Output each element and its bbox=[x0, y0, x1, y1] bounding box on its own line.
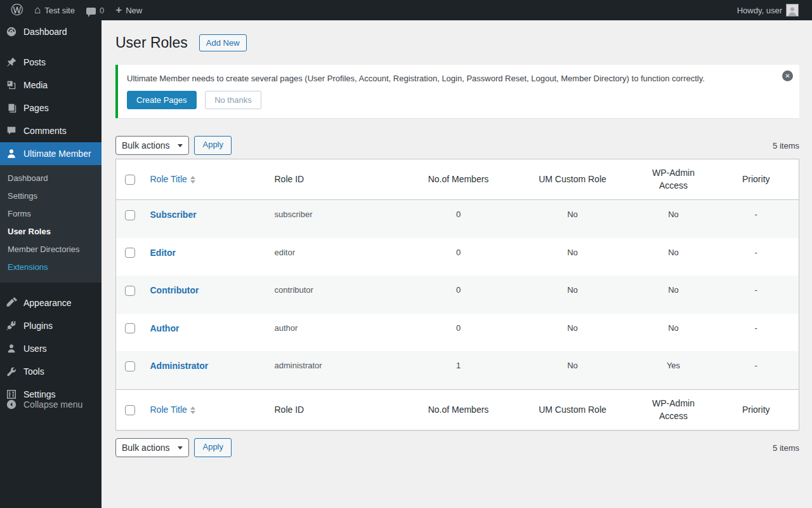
members-cell: 0 bbox=[405, 276, 512, 314]
sidebar-item-dashboard[interactable]: Dashboard bbox=[0, 20, 102, 43]
sidebar-item-label: Media bbox=[23, 79, 48, 91]
brush-icon bbox=[5, 297, 18, 309]
um-pages-notice: Ultimate Member needs to create several … bbox=[115, 65, 799, 118]
howdy-text: Howdy, user bbox=[737, 6, 782, 15]
sidebar-item-tools[interactable]: Tools bbox=[0, 360, 102, 383]
menu-separator bbox=[0, 283, 102, 291]
wp-admin-access-cell: No bbox=[634, 276, 714, 314]
chevron-down-icon bbox=[178, 144, 183, 147]
role-title-link[interactable]: Subscriber bbox=[150, 210, 197, 220]
role-title-link[interactable]: Administrator bbox=[150, 361, 209, 371]
sidebar-item-label: Posts bbox=[23, 57, 46, 68]
row-checkbox[interactable] bbox=[125, 361, 135, 371]
sort-role-title-link[interactable]: Role Title bbox=[150, 173, 195, 186]
media-icon bbox=[5, 79, 18, 91]
row-checkbox[interactable] bbox=[125, 210, 135, 220]
row-checkbox[interactable] bbox=[125, 248, 135, 258]
column-header-wp-admin-access: WP-Admin Access bbox=[634, 390, 714, 431]
bulk-actions-select[interactable]: Bulk actions bbox=[115, 136, 189, 155]
table-row: Contributor contributor 0 No No - bbox=[116, 276, 799, 314]
admin-bar: Ⓦ ⌂ Test site 0 + New Howdy, user bbox=[0, 0, 812, 20]
sidebar-item-media[interactable]: Media bbox=[0, 74, 102, 97]
wordpress-logo-icon[interactable]: Ⓦ bbox=[5, 0, 29, 20]
collapse-menu-button[interactable]: Collapse menu bbox=[0, 393, 102, 416]
comments-link[interactable]: 0 bbox=[81, 0, 110, 20]
table-row: Administrator administrator 1 No Yes - bbox=[116, 351, 799, 389]
wordpress-logo-glyph: Ⓦ bbox=[11, 0, 23, 20]
collapse-arrow-icon bbox=[5, 398, 18, 411]
role-title-link[interactable]: Contributor bbox=[150, 285, 199, 295]
select-all-checkbox[interactable] bbox=[125, 175, 135, 185]
dismiss-notice-button[interactable]: ✕ bbox=[782, 70, 793, 81]
table-footer: Role Title Role ID No.of Members UM Cust… bbox=[116, 390, 799, 431]
column-header-wp-admin-access: WP-Admin Access bbox=[634, 159, 714, 200]
sidebar-item-ultimate-member[interactable]: Ultimate Member bbox=[0, 142, 102, 165]
tablenav-top: Bulk actions Apply 5 items bbox=[115, 136, 799, 155]
bulk-actions-select[interactable]: Bulk actions bbox=[115, 438, 189, 457]
submenu-item-extensions[interactable]: Extensions bbox=[0, 258, 102, 276]
sidebar-item-label: Pages bbox=[23, 102, 49, 114]
members-cell: 0 bbox=[405, 238, 512, 276]
page-title: User Roles bbox=[115, 34, 188, 52]
column-header-role-id: Role ID bbox=[268, 390, 405, 431]
column-header-custom-role: UM Custom Role bbox=[512, 159, 634, 200]
role-id-cell: editor bbox=[268, 238, 405, 276]
row-checkbox[interactable] bbox=[125, 323, 135, 333]
column-header-custom-role: UM Custom Role bbox=[512, 390, 634, 431]
add-new-button[interactable]: Add New bbox=[199, 34, 247, 51]
submenu-item-member-directories[interactable]: Member Directories bbox=[0, 241, 102, 258]
submenu-item-settings[interactable]: Settings bbox=[0, 187, 102, 205]
select-all-checkbox[interactable] bbox=[125, 405, 135, 415]
sidebar-item-users[interactable]: Users bbox=[0, 337, 102, 360]
home-icon: ⌂ bbox=[34, 1, 41, 20]
priority-cell: - bbox=[714, 238, 799, 276]
sidebar-item-comments[interactable]: Comments bbox=[0, 119, 102, 142]
my-account-link[interactable]: Howdy, user bbox=[731, 0, 804, 20]
bulk-actions-label: Bulk actions bbox=[122, 140, 169, 150]
no-thanks-button[interactable]: No thanks bbox=[205, 91, 261, 109]
comment-bubble-icon bbox=[86, 8, 96, 15]
priority-cell: - bbox=[714, 351, 799, 389]
new-label: New bbox=[126, 6, 142, 15]
tablenav-bottom: Bulk actions Apply 5 items bbox=[115, 438, 799, 457]
custom-role-cell: No bbox=[512, 314, 634, 352]
sidebar-item-appearance[interactable]: Appearance bbox=[0, 291, 102, 314]
site-name-link[interactable]: ⌂ Test site bbox=[29, 0, 81, 20]
table-header: Role Title Role ID No.of Members UM Cust… bbox=[116, 159, 799, 200]
wp-admin-access-cell: Yes bbox=[634, 351, 714, 389]
priority-cell: - bbox=[714, 314, 799, 352]
wrench-icon bbox=[5, 365, 18, 378]
role-id-cell: administrator bbox=[268, 351, 405, 389]
new-content-link[interactable]: + New bbox=[110, 0, 148, 20]
submenu-item-forms[interactable]: Forms bbox=[0, 205, 102, 223]
sidebar-item-label: Users bbox=[23, 343, 47, 354]
wp-admin-access-cell: No bbox=[634, 314, 714, 352]
role-id-cell: contributor bbox=[268, 276, 405, 314]
members-cell: 0 bbox=[405, 200, 512, 238]
priority-cell: - bbox=[714, 276, 799, 314]
submenu-item-user-roles[interactable]: User Roles bbox=[0, 223, 102, 241]
column-header-priority: Priority bbox=[714, 159, 799, 200]
sidebar-item-plugins[interactable]: Plugins bbox=[0, 314, 102, 337]
role-title-link[interactable]: Editor bbox=[150, 248, 176, 258]
role-id-cell: author bbox=[268, 314, 405, 352]
column-header-role-title: Role Title bbox=[150, 404, 187, 417]
create-pages-button[interactable]: Create Pages bbox=[127, 91, 197, 109]
wp-admin-access-cell: No bbox=[634, 200, 714, 238]
apply-button[interactable]: Apply bbox=[194, 438, 232, 457]
admin-sidebar: Dashboard Posts Media Pages Comments Ult… bbox=[0, 20, 102, 508]
sidebar-item-label: Ultimate Member bbox=[23, 148, 91, 159]
row-checkbox[interactable] bbox=[125, 286, 135, 296]
avatar bbox=[786, 4, 799, 17]
apply-button[interactable]: Apply bbox=[194, 136, 232, 155]
table-row: Editor editor 0 No No - bbox=[116, 238, 799, 276]
role-title-link[interactable]: Author bbox=[150, 323, 180, 333]
sidebar-item-posts[interactable]: Posts bbox=[0, 51, 102, 74]
user-icon bbox=[5, 147, 18, 160]
sidebar-item-pages[interactable]: Pages bbox=[0, 97, 102, 119]
comments-count: 0 bbox=[100, 6, 104, 15]
submenu-item-dashboard[interactable]: Dashboard bbox=[0, 170, 102, 187]
column-header-role-title: Role Title bbox=[150, 173, 187, 186]
sort-role-title-link[interactable]: Role Title bbox=[150, 404, 195, 417]
table-row: Subscriber subscriber 0 No No - bbox=[116, 200, 799, 238]
